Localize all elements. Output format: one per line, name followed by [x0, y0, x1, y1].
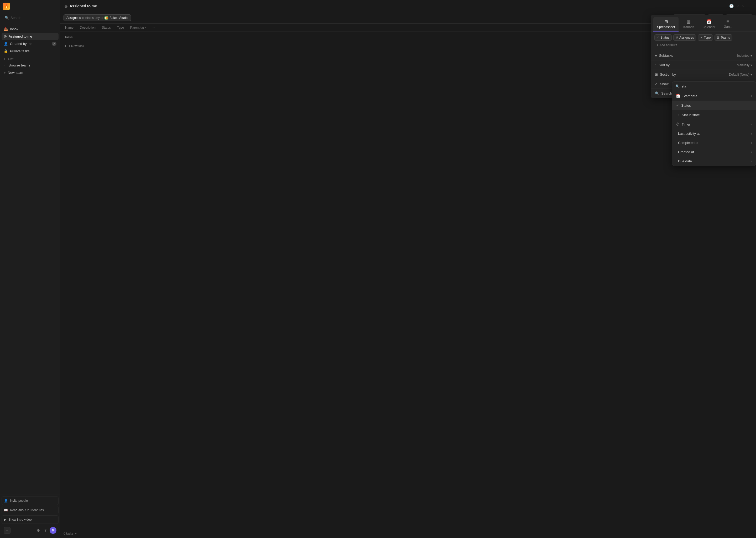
search-bar[interactable]: 🔍 Search [3, 14, 58, 21]
sort-by-value-text: Manually [737, 63, 749, 67]
attr-teams-label: Teams [721, 36, 730, 39]
col-header-name[interactable]: Name [64, 25, 75, 30]
back-button[interactable]: ‹ [736, 3, 740, 9]
dropdown-item-due-date[interactable]: Due date › [672, 157, 756, 166]
plus-attr-icon: + [656, 43, 658, 47]
page-title: Assigned to me [70, 4, 97, 8]
sort-by-label-row: ↕ Sort by [655, 63, 670, 67]
col-header-parent-task[interactable]: Parent task [129, 25, 148, 30]
section-by-value-text: Default (None) [729, 73, 749, 77]
calendar-tab-icon: 📅 [706, 19, 712, 24]
show-intro-video-item[interactable]: ▶ Show intro video [2, 515, 59, 524]
section-by-value[interactable]: Default (None) ▾ [729, 73, 752, 77]
view-tab-kanban[interactable]: ▦ Kanban [680, 17, 698, 31]
sidebar-item-label: Created by me [10, 42, 32, 46]
col-header-status[interactable]: Status [100, 25, 112, 30]
show-label-row: ✓ Show [655, 82, 669, 86]
sidebar-item-private-tasks[interactable]: 🔒 Private tasks [2, 48, 59, 55]
search-icon: 🔍 [5, 16, 9, 20]
footer-actions: ⚙ ? M [36, 527, 57, 534]
read-features-item[interactable]: 📖 Read about 2.0 features [2, 506, 59, 514]
sort-by-option[interactable]: ↕ Sort by Manually ▾ [651, 60, 756, 70]
more-options-button[interactable]: ··· [746, 3, 752, 10]
new-task-row[interactable]: + + New task [64, 42, 753, 50]
spreadsheet-tab-label: Spreadsheet [657, 25, 675, 29]
section-by-option[interactable]: ⊞ Section by Default (None) ▾ [651, 70, 756, 79]
section-by-label-row: ⊞ Section by [655, 73, 676, 77]
assignees-filter[interactable]: Assignees contains any of 🍞 Baked Studio [64, 15, 131, 21]
filter-operator: contains any of [82, 16, 103, 20]
dropdown-item-completed-at[interactable]: Completed at › [672, 138, 756, 147]
dropdown-item-status[interactable]: ✓ Status [672, 101, 756, 110]
sidebar-item-browse-teams[interactable]: ··· Browse teams [2, 62, 59, 69]
invite-icon: 👤 [4, 499, 8, 503]
add-attribute-btn[interactable]: + Add attribute [654, 42, 679, 48]
created-at-label: Created at [678, 150, 694, 154]
settings-button[interactable]: ⚙ [36, 527, 41, 534]
main-header: ◎ Assigned to me 🕐 ‹ › ··· [60, 0, 756, 12]
sidebar-item-created-by-me[interactable]: 👤 Created by me 2 [2, 40, 59, 47]
assignees-chip-icon: ◎ [676, 36, 678, 39]
chevron-right-due-date: › [751, 159, 752, 163]
read-features-label: Read about 2.0 features [10, 508, 44, 512]
search-input-row: 🔍 [672, 82, 756, 91]
sidebar-item-inbox[interactable]: 📥 Inbox [2, 26, 59, 32]
attr-type[interactable]: ✓ Type [698, 34, 713, 41]
dropdown-item-timer[interactable]: ⏱ Timer › [672, 120, 756, 129]
subtasks-option[interactable]: ≡ Subtasks Indented ▾ [651, 51, 756, 60]
view-tab-gantt[interactable]: ≡ Gantt [720, 17, 735, 31]
dropdown-item-last-activity[interactable]: Last activity at › [672, 129, 756, 138]
teams-section-label: Teams [2, 55, 59, 62]
completed-at-left: Completed at [676, 141, 698, 145]
status-state-icon: → [676, 113, 680, 117]
filter-value: Baked Studio [110, 16, 128, 20]
sort-by-value[interactable]: Manually ▾ [737, 63, 752, 67]
start-date-label: Start date [683, 94, 697, 98]
subtasks-value-text: Indented [737, 54, 749, 58]
forward-button[interactable]: › [741, 3, 745, 9]
book-icon: 📖 [4, 508, 8, 512]
chevron-down-section: ▾ [750, 73, 752, 77]
show-intro-label: Show intro video [8, 518, 32, 521]
subtasks-label: Subtasks [659, 54, 673, 58]
view-tab-calendar[interactable]: 📅 Calendar [699, 17, 719, 31]
avatar[interactable]: M [50, 527, 57, 534]
filter-avatar: 🍞 [104, 16, 109, 20]
add-attr-label: Add attribute [659, 43, 677, 47]
search-dropdown-icon: 🔍 [676, 84, 680, 88]
section-by-label: Section by [660, 73, 676, 77]
attr-assignees-label: Assignees [679, 36, 694, 39]
dropdown-item-start-date[interactable]: 📅 Start date › [672, 91, 756, 101]
sidebar-item-new-team[interactable]: + New team [2, 69, 59, 76]
attr-teams[interactable]: ⊞ Teams [715, 34, 732, 41]
status-state-label: Status state [682, 113, 700, 117]
search-label: Search [11, 16, 21, 20]
sidebar-item-label: Inbox [10, 27, 19, 31]
col-header-more[interactable]: ··· [151, 25, 157, 30]
status-check-icon: ✓ [657, 36, 659, 39]
search-dropdown-input[interactable] [682, 84, 753, 88]
col-header-type[interactable]: Type [116, 25, 125, 30]
subtasks-value[interactable]: Indented ▾ [737, 54, 752, 58]
invite-label: Invite people [10, 499, 28, 503]
last-activity-label: Last activity at [678, 132, 699, 135]
view-tab-spreadsheet[interactable]: ⊞ Spreadsheet [653, 17, 679, 31]
attr-status[interactable]: ✓ Status [654, 34, 672, 41]
add-task-icon: + [65, 44, 67, 48]
invite-people-item[interactable]: 👤 Invite people [2, 497, 59, 505]
dropdown-item-created-at[interactable]: Created at › [672, 147, 756, 157]
history-button[interactable]: 🕐 [728, 3, 735, 9]
chevron-right-last-activity: › [751, 132, 752, 135]
sidebar-item-label: Private tasks [10, 49, 29, 53]
tasks-column-label: Tasks [65, 35, 73, 39]
col-header-description[interactable]: Description [78, 25, 97, 30]
chevron-down-icon[interactable]: ▾ [75, 532, 77, 535]
page-icon: ◎ [65, 4, 68, 8]
help-button[interactable]: ? [43, 527, 48, 534]
add-button[interactable]: + [4, 527, 11, 534]
dropdown-item-status-state[interactable]: → Status state [672, 110, 756, 120]
sidebar-item-assigned-to-me[interactable]: ◎ Assigned to me [2, 33, 59, 40]
attr-assignees[interactable]: ◎ Assignees [673, 34, 696, 41]
teams-chip-icon: ⊞ [717, 36, 720, 39]
search-opt-label: Search [661, 91, 672, 95]
